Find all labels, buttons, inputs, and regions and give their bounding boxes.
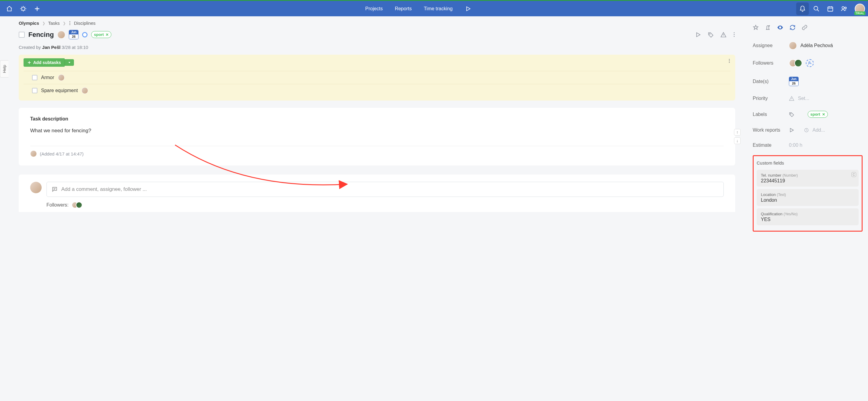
add-subtasks-dropdown[interactable] <box>65 59 74 66</box>
subtasks-kebab-icon[interactable] <box>728 58 731 63</box>
custom-field-value: 223445119 <box>761 178 855 183</box>
work-reports-placeholder[interactable]: Add... <box>812 127 825 133</box>
add-subtasks-button[interactable]: Add subtasks <box>24 58 65 67</box>
star-icon[interactable] <box>753 25 759 30</box>
subtasks-card: Add subtasks Armor Spare equipment <box>19 55 735 101</box>
search-icon[interactable] <box>810 2 823 15</box>
comment-followers-label: Followers: <box>46 202 68 208</box>
nav-time-tracking[interactable]: Time tracking <box>424 6 453 11</box>
link-icon[interactable] <box>802 25 808 30</box>
assignee-name[interactable]: Adéla Pechová <box>800 43 833 48</box>
custom-fields-section: Custom fields C Tel. number (Number) 223… <box>753 155 863 232</box>
date-month: Jun <box>69 30 78 34</box>
custom-field-badge: C <box>851 172 856 177</box>
custom-field-item[interactable]: C Tel. number (Number) 223445119 <box>756 170 859 187</box>
calendar-icon[interactable] <box>824 2 837 15</box>
tag-label: sport <box>810 112 820 117</box>
breadcrumb-section[interactable]: Tasks <box>48 21 60 26</box>
sidebar-tag[interactable]: sport ✕ <box>808 111 828 118</box>
current-user-avatar <box>30 182 42 193</box>
description-author-avatar <box>30 150 37 157</box>
scroll-down-icon[interactable]: ↓ <box>734 137 741 144</box>
plus-icon[interactable] <box>31 2 43 15</box>
custom-field-label: Qualification <box>761 212 783 216</box>
task-header: Fencing Jun 26 sport ✕ <box>19 30 747 39</box>
date-day: 26 <box>69 34 78 39</box>
task-sidebar: Assignee Adéla Pechová Followers Date(s) <box>747 16 868 235</box>
topbar: Projects Reports Time tracking TRIAL <box>0 0 868 16</box>
svg-point-0 <box>22 7 25 10</box>
task-assignee-avatar[interactable] <box>57 31 65 39</box>
followers-avatars[interactable] <box>71 202 83 208</box>
svg-point-3 <box>842 6 844 8</box>
scroll-up-icon[interactable]: ↑ <box>734 129 741 136</box>
svg-point-6 <box>768 25 770 27</box>
subtask-item[interactable]: Spare equipment <box>24 84 731 97</box>
users-icon[interactable] <box>838 2 850 15</box>
warning-icon[interactable] <box>720 32 726 38</box>
tag-remove-icon[interactable]: ✕ <box>822 112 825 117</box>
dates-label: Date(s) <box>753 79 789 84</box>
tag-icon[interactable] <box>789 112 794 117</box>
custom-field-item[interactable]: Location (Text) London <box>756 189 859 206</box>
nav-projects[interactable]: Projects <box>365 6 383 11</box>
custom-fields-heading: Custom fields <box>756 160 859 166</box>
created-meta: Created by Jan Pešl 3/28 at 18:10 <box>19 45 747 50</box>
custom-field-item[interactable]: Qualification (Yes/No) YES <box>756 208 859 225</box>
subtask-avatar[interactable] <box>58 74 65 81</box>
breadcrumb: Olympics ❯ Tasks ❯ Disciplines <box>19 21 747 26</box>
estimate-label: Estimate <box>753 143 789 148</box>
date-month: Jun <box>789 77 798 81</box>
breadcrumb-kebab-icon[interactable] <box>69 21 71 26</box>
task-complete-checkbox[interactable] <box>19 32 25 38</box>
subtask-checkbox[interactable] <box>32 88 37 93</box>
chevron-right-icon: ❯ <box>63 21 66 25</box>
tag-label: sport <box>94 32 104 37</box>
refresh-icon[interactable] <box>789 25 796 30</box>
description-heading: Task description <box>30 116 724 122</box>
eye-icon[interactable] <box>777 24 783 31</box>
gear-icon[interactable] <box>17 2 30 15</box>
tag-icon[interactable] <box>708 32 714 38</box>
follower-avatar[interactable] <box>794 59 802 67</box>
trial-badge: TRIAL <box>855 11 866 15</box>
sidebar-date-chip[interactable]: Jun 26 <box>789 77 799 86</box>
play-outline-icon[interactable] <box>789 127 794 133</box>
home-icon[interactable] <box>3 2 16 15</box>
notify-icon[interactable] <box>765 25 771 30</box>
bell-icon[interactable] <box>796 2 809 15</box>
priority-placeholder[interactable]: Set... <box>798 96 809 101</box>
subtask-title: Armor <box>41 75 54 80</box>
svg-rect-2 <box>828 7 833 11</box>
custom-field-type: (Yes/No) <box>783 212 797 216</box>
task-tag[interactable]: sport ✕ <box>91 31 112 38</box>
description-text[interactable]: What we need for fencing? <box>30 128 724 134</box>
clock-icon <box>804 128 809 133</box>
play-icon[interactable] <box>462 2 474 15</box>
svg-point-9 <box>790 113 791 114</box>
breadcrumb-project[interactable]: Olympics <box>19 21 39 26</box>
add-follower-button[interactable] <box>806 59 814 67</box>
play-outline-icon[interactable] <box>695 32 701 38</box>
help-tab[interactable]: Help <box>0 60 8 78</box>
date-day: 26 <box>789 81 798 86</box>
task-date-chip[interactable]: Jun 26 <box>69 30 79 39</box>
labels-label: Labels <box>753 112 789 117</box>
tag-remove-icon[interactable]: ✕ <box>105 33 108 37</box>
status-circle-icon[interactable] <box>82 32 88 37</box>
task-title: Fencing <box>28 31 54 39</box>
profile-avatar[interactable]: TRIAL <box>855 4 865 14</box>
chat-icon <box>52 186 58 192</box>
task-kebab-icon[interactable] <box>733 32 735 37</box>
subtask-checkbox[interactable] <box>32 75 37 80</box>
subtask-avatar[interactable] <box>82 87 88 94</box>
nav-reports[interactable]: Reports <box>395 6 412 11</box>
subtask-title: Spare equipment <box>41 88 78 93</box>
svg-point-7 <box>780 27 781 28</box>
svg-point-1 <box>814 6 818 10</box>
subtask-item[interactable]: Armor <box>24 71 731 84</box>
breadcrumb-page: Disciplines <box>74 21 96 26</box>
assignee-avatar[interactable] <box>789 42 797 50</box>
comment-input[interactable]: Add a comment, assignee, follower ... <box>46 182 724 197</box>
estimate-value[interactable]: 0:00 h <box>789 143 802 148</box>
